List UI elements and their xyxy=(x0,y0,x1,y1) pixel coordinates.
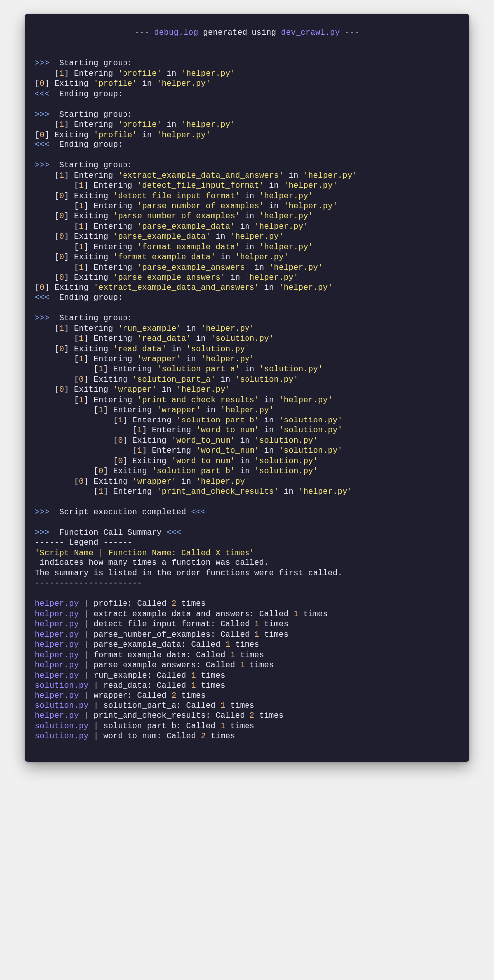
group-start: >>> Starting group: xyxy=(35,161,132,170)
enter-line: [1] Entering 'parse_number_of_examples' … xyxy=(35,202,338,211)
enter-line: [1] Entering 'solution_part_a' in 'solut… xyxy=(35,365,323,374)
summary-row: solution.py | solution_part_b: Called 1 … xyxy=(35,722,254,731)
enter-line: [1] Entering 'parse_example_answers' in … xyxy=(35,263,323,272)
enter-line: [1] Entering 'format_example_data' in 'h… xyxy=(35,243,313,252)
exit-line: [0] Exiting 'solution_part_a' in 'soluti… xyxy=(35,375,298,384)
enter-line: [1] Entering 'solution_part_b' in 'solut… xyxy=(35,416,343,425)
exit-line: [0] Exiting 'extract_example_data_and_an… xyxy=(35,283,333,292)
enter-line: [1] Entering 'print_and_check_results' i… xyxy=(35,487,352,496)
summary-row: helper.py | parse_example_data: Called 1… xyxy=(35,640,259,649)
enter-line: [1] Entering 'wrapper' in 'helper.py' xyxy=(35,355,254,364)
summary-row: helper.py | profile: Called 2 times xyxy=(35,599,206,608)
log-header: --- debug.log generated using dev_crawl.… xyxy=(35,28,459,38)
exit-line: [0] Exiting 'profile' in 'helper.py' xyxy=(35,131,211,140)
enter-line: [1] Entering 'detect_file_input_format' … xyxy=(35,181,338,190)
summary-row: solution.py | word_to_num: Called 2 time… xyxy=(35,732,235,741)
exit-line: [0] Exiting 'parse_example_data' in 'hel… xyxy=(35,232,284,241)
summary-row: helper.py | print_and_check_results: Cal… xyxy=(35,711,284,720)
enter-line: [1] Entering 'print_and_check_results' i… xyxy=(35,396,333,405)
exit-line: [0] Exiting 'profile' in 'helper.py' xyxy=(35,79,211,88)
enter-line: [1] Entering 'profile' in 'helper.py' xyxy=(35,120,235,129)
enter-line: [1] Entering 'parse_example_data' in 'he… xyxy=(35,222,308,231)
group-end: <<< Ending group: xyxy=(35,90,123,99)
summary-row: helper.py | detect_file_input_format: Ca… xyxy=(35,620,289,629)
enter-line: [1] Entering 'extract_example_data_and_a… xyxy=(35,171,357,180)
exit-line: [0] Exiting 'format_example_data' in 'he… xyxy=(35,253,289,262)
summary-row: helper.py | wrapper: Called 2 times xyxy=(35,691,206,700)
exit-line: [0] Exiting 'parse_example_answers' in '… xyxy=(35,273,298,282)
enter-line: [1] Entering 'word_to_num' in 'solution.… xyxy=(35,446,343,455)
exit-line: [0] Exiting 'word_to_num' in 'solution.p… xyxy=(35,436,318,445)
terminal-output: --- debug.log generated using dev_crawl.… xyxy=(25,14,469,762)
summary-row: solution.py | read_data: Called 1 times xyxy=(35,681,225,690)
exit-line: [0] Exiting 'word_to_num' in 'solution.p… xyxy=(35,457,318,466)
exit-line: [0] Exiting 'wrapper' in 'helper.py' xyxy=(35,477,249,486)
summary-row: helper.py | format_example_data: Called … xyxy=(35,651,264,660)
summary-row: helper.py | extract_example_data_and_ans… xyxy=(35,610,328,619)
summary-header: >>> Function Call Summary <<< xyxy=(35,528,181,537)
exit-line: [0] Exiting 'wrapper' in 'helper.py' xyxy=(35,385,230,394)
summary-row: helper.py | parse_number_of_examples: Ca… xyxy=(35,630,289,639)
exit-line: [0] Exiting 'detect_file_input_format' i… xyxy=(35,192,313,201)
enter-line: [1] Entering 'read_data' in 'solution.py… xyxy=(35,334,274,343)
exec-complete: >>> Script execution completed <<< xyxy=(35,508,206,517)
group-start: >>> Starting group: xyxy=(35,314,132,323)
enter-line: [1] Entering 'run_example' in 'helper.py… xyxy=(35,324,254,333)
summary-row: helper.py | parse_example_answers: Calle… xyxy=(35,661,274,670)
enter-line: [1] Entering 'word_to_num' in 'solution.… xyxy=(35,426,343,435)
group-end: <<< Ending group: xyxy=(35,140,123,149)
enter-line: [1] Entering 'profile' in 'helper.py' xyxy=(35,69,235,78)
exit-line: [0] Exiting 'parse_number_of_examples' i… xyxy=(35,212,313,221)
enter-line: [1] Entering 'wrapper' in 'helper.py' xyxy=(35,406,274,415)
exit-line: [0] Exiting 'read_data' in 'solution.py' xyxy=(35,345,249,354)
group-start: >>> Starting group: xyxy=(35,110,132,119)
summary-row: solution.py | solution_part_a: Called 1 … xyxy=(35,701,254,710)
exit-line: [0] Exiting 'solution_part_b' in 'soluti… xyxy=(35,467,318,476)
group-start: >>> Starting group: xyxy=(35,59,132,68)
group-end: <<< Ending group: xyxy=(35,293,123,302)
summary-row: helper.py | run_example: Called 1 times xyxy=(35,671,225,680)
legend-format: 'Script Name | Function Name: Called X t… xyxy=(35,549,254,558)
